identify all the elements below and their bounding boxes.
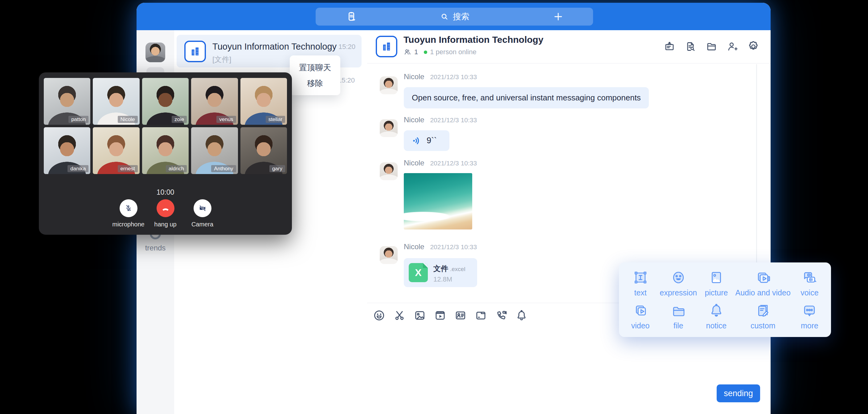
avatar[interactable] (380, 76, 398, 94)
desktop-background: 搜索 trends (0, 0, 868, 414)
panel-item-expression[interactable]: expression (659, 267, 697, 300)
video-call-overlay: patton Nicole zoie venus stellar danika … (39, 72, 292, 235)
sender-name[interactable]: Nicole (404, 72, 425, 81)
notice-icon[interactable] (515, 309, 528, 322)
video-icon (632, 302, 649, 319)
video-tile[interactable]: venus (191, 78, 238, 125)
participant-name: gary (270, 165, 285, 172)
search-label[interactable]: 搜索 (453, 11, 469, 22)
participant-name: stellar (266, 116, 285, 123)
board-icon[interactable] (663, 40, 676, 53)
participant-name: ernest (118, 165, 138, 172)
text-icon (632, 269, 649, 286)
microphone-button[interactable]: microphone (110, 199, 147, 228)
participant-name: venus (216, 116, 236, 123)
conversation-preview: [文件] (212, 55, 231, 64)
panel-item-notice[interactable]: notice (697, 300, 735, 333)
chat-panel: Tuoyun Information Technology 1 1 person… (367, 30, 771, 414)
panel-item-audio-video[interactable]: Audio and video (736, 267, 790, 300)
menu-item-pin-chat[interactable]: 置顶聊天 (290, 63, 340, 71)
members-icon (403, 48, 411, 56)
search-icon (439, 11, 450, 22)
context-menu: 置顶聊天 移除 (290, 56, 340, 95)
video-tile[interactable]: danika (44, 127, 90, 174)
participant-name: Anthony (211, 165, 236, 172)
video-tile[interactable]: stellar (241, 78, 287, 125)
panel-item-video[interactable]: video (621, 300, 659, 333)
file-ext: .excel (450, 266, 465, 272)
building-icon (189, 45, 201, 57)
voice-duration: 9`` (427, 136, 437, 146)
excel-file-icon: X (409, 263, 428, 282)
picture-icon (708, 269, 725, 286)
voice-message-bubble[interactable]: 9`` (404, 130, 450, 151)
avatar[interactable] (380, 246, 398, 264)
panel-item-picture[interactable]: picture (697, 267, 735, 300)
video-icon[interactable] (434, 309, 447, 322)
search-bar[interactable]: 搜索 (316, 8, 593, 26)
video-tile[interactable]: zoie (142, 78, 189, 125)
participant-name: danika (67, 165, 89, 172)
video-call-icon[interactable] (495, 309, 508, 322)
folder-icon[interactable] (705, 40, 718, 53)
sender-name[interactable]: Nicole (404, 116, 425, 124)
call-controls: microphone hang up (39, 199, 292, 228)
meeting-clipboard-icon[interactable] (345, 10, 358, 24)
chat-title: Tuoyun Information Technology (403, 34, 544, 45)
hang-up-button[interactable]: hang up (147, 199, 184, 228)
online-status: 1 person online (430, 48, 476, 56)
video-tile[interactable]: patton (44, 78, 90, 125)
avatar[interactable] (380, 119, 398, 137)
menu-item-remove[interactable]: 移除 (290, 79, 340, 87)
building-icon (381, 41, 393, 52)
video-tile[interactable]: Nicole (93, 78, 139, 125)
video-tile[interactable]: ernest (93, 127, 139, 174)
panel-item-text[interactable]: text (621, 267, 659, 300)
panel-item-custom[interactable]: custom (736, 300, 790, 333)
member-count: 1 (414, 48, 418, 56)
panel-item-file[interactable]: file (659, 300, 697, 333)
panel-item-voice[interactable]: voice (790, 267, 829, 300)
add-member-icon[interactable] (726, 40, 739, 53)
contact-card-icon[interactable] (454, 309, 467, 322)
participant-name: patton (68, 116, 89, 123)
avatar[interactable] (380, 162, 398, 180)
screenshot-icon[interactable] (393, 309, 406, 322)
settings-icon[interactable] (747, 40, 760, 53)
video-tile[interactable]: gary (241, 127, 287, 174)
participant-name: aldrich (166, 165, 187, 172)
file-name: 文件 (433, 264, 448, 273)
video-tile[interactable]: Anthony (191, 127, 238, 174)
video-tile[interactable]: aldrich (142, 127, 189, 174)
camera-muted-icon (197, 203, 208, 213)
user-avatar[interactable] (146, 42, 165, 62)
message-type-panel: text expression picture (619, 262, 831, 337)
microphone-muted-icon (124, 203, 133, 213)
message-time: 2021/12/3 10:33 (430, 160, 477, 167)
participant-name: Nicole (118, 116, 138, 123)
message-time: 2021/12/3 10:33 (430, 73, 477, 81)
file-size: 12.8M (433, 276, 452, 283)
camera-button[interactable]: Camera (184, 199, 221, 228)
message-time: 2021/12/3 10:33 (430, 243, 477, 250)
send-button[interactable]: sending (717, 384, 760, 402)
emoji-icon[interactable] (373, 309, 385, 322)
more-icon (801, 302, 818, 319)
group-avatar (184, 41, 206, 62)
sender-name[interactable]: Nicole (404, 159, 425, 167)
online-dot (424, 51, 427, 54)
voice-wave-icon (412, 135, 422, 146)
image-message[interactable] (404, 173, 472, 229)
file-message-bubble[interactable]: X 文件.excel 12.8M (404, 258, 477, 287)
call-duration: 10:00 (39, 188, 292, 196)
panel-item-more[interactable]: more (790, 300, 829, 333)
app-header: 搜索 (136, 3, 771, 30)
plus-icon[interactable] (552, 11, 564, 24)
custom-icon (754, 302, 771, 319)
sender-name[interactable]: Nicole (404, 243, 425, 251)
file-icon[interactable] (474, 309, 487, 322)
picture-icon[interactable] (413, 309, 426, 322)
text-message-bubble[interactable]: Open source, free, and universal instant… (404, 87, 649, 108)
microphone-label: microphone (112, 221, 145, 228)
search-history-icon[interactable] (684, 40, 696, 53)
